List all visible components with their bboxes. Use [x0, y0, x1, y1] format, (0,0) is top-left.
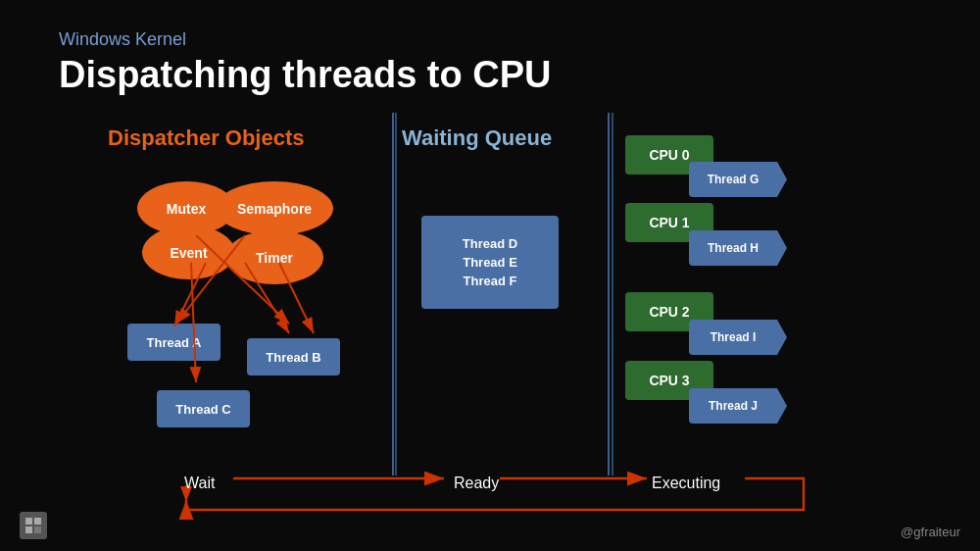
- ellipse-timer: Timer: [225, 230, 323, 284]
- slide-main-title: Dispatching threads to CPU: [59, 54, 552, 96]
- svg-rect-16: [34, 526, 41, 533]
- label-executing: Executing: [652, 475, 720, 492]
- ellipse-event: Event: [142, 225, 235, 279]
- thread-wave-h: Thread H: [689, 230, 787, 266]
- divider-right: [608, 113, 610, 476]
- waiting-label: Waiting Queue: [402, 125, 552, 151]
- svg-rect-13: [25, 518, 32, 525]
- svg-line-4: [191, 263, 196, 382]
- label-wait: Wait: [184, 475, 215, 492]
- corner-icon: [20, 512, 47, 539]
- label-ready: Ready: [454, 475, 499, 492]
- thread-box-a: Thread A: [127, 324, 220, 361]
- thread-wave-i: Thread I: [689, 320, 787, 355]
- svg-rect-14: [34, 518, 41, 525]
- slide-subtitle: Windows Kernel: [59, 29, 552, 50]
- watermark: @gfraiteur: [901, 525, 960, 539]
- title-area: Windows Kernel Dispatching threads to CP…: [59, 29, 552, 96]
- svg-rect-15: [25, 526, 32, 533]
- dispatcher-label: Dispatcher Objects: [108, 125, 305, 151]
- thread-wave-g: Thread G: [689, 162, 787, 197]
- divider-left: [392, 113, 394, 476]
- thread-box-b: Thread B: [247, 338, 340, 376]
- waiting-queue-box: Thread D Thread E Thread F: [421, 216, 559, 309]
- slide: Windows Kernel Dispatching threads to CP…: [0, 0, 980, 551]
- thread-box-c: Thread C: [157, 390, 250, 427]
- thread-wave-j: Thread J: [689, 388, 787, 424]
